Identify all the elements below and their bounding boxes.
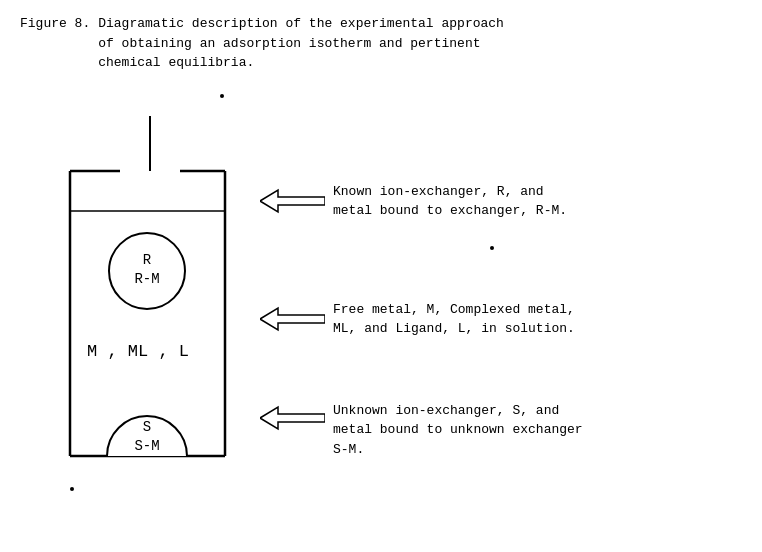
labels-column: Known ion-exchanger, R, and metal bound … xyxy=(250,116,583,476)
svg-text:R-M: R-M xyxy=(134,271,159,287)
svg-marker-14 xyxy=(260,308,325,330)
arrow-1 xyxy=(260,186,325,216)
label-text-2: Free metal, M, Complexed metal, ML, and … xyxy=(333,300,575,339)
arrow-2 xyxy=(260,304,325,334)
decorative-dot-mid xyxy=(490,246,494,250)
decorative-dot-top xyxy=(220,94,224,98)
label-item-1: Known ion-exchanger, R, and metal bound … xyxy=(260,182,583,221)
svg-text:M , ML , L: M , ML , L xyxy=(87,342,189,361)
svg-text:S: S xyxy=(143,419,151,435)
figure-caption: Figure 8. Diagramatic description of the… xyxy=(20,14,742,73)
caption-text: Diagramatic description of the experimen… xyxy=(98,14,504,73)
caption-line-2: of obtaining an adsorption isotherm and … xyxy=(98,34,504,54)
caption-line-1: Diagramatic description of the experimen… xyxy=(98,14,504,34)
caption-line-3: chemical equilibria. xyxy=(98,53,504,73)
svg-marker-13 xyxy=(260,190,325,212)
svg-text:R: R xyxy=(143,252,152,268)
label-text-1: Known ion-exchanger, R, and metal bound … xyxy=(333,182,567,221)
label-item-2: Free metal, M, Complexed metal, ML, and … xyxy=(260,300,583,339)
label-text-3: Unknown ion-exchanger, S, and metal boun… xyxy=(333,401,583,460)
svg-text:S-M: S-M xyxy=(134,438,159,454)
beaker-container: R R-M M , ML , L S S-M xyxy=(50,116,250,476)
caption-label: Figure 8. xyxy=(20,14,90,73)
arrow-3 xyxy=(260,403,325,433)
beaker-svg: R R-M M , ML , L S S-M xyxy=(50,116,250,476)
label-item-3: Unknown ion-exchanger, S, and metal boun… xyxy=(260,401,583,460)
decorative-dot-bottom xyxy=(70,487,74,491)
svg-marker-15 xyxy=(260,407,325,429)
diagram-area: R R-M M , ML , L S S-M Known ion-exchang… xyxy=(50,116,742,476)
page: Figure 8. Diagramatic description of the… xyxy=(0,0,762,509)
